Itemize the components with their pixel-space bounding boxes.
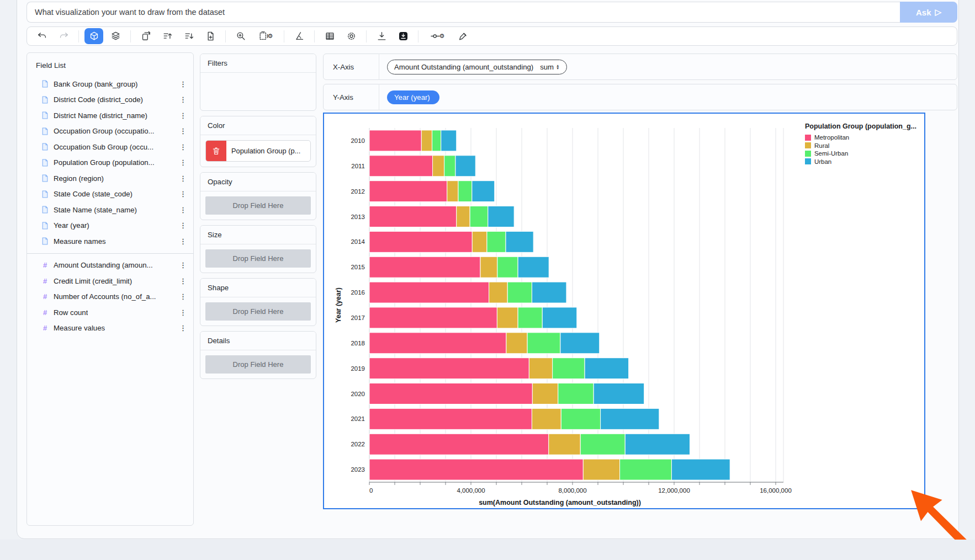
x-axis-field-pill[interactable]: Amount Outstanding (amount_outstanding) …: [387, 60, 567, 74]
sort-ascending-icon[interactable]: [158, 28, 177, 44]
field-menu-icon[interactable]: ⋮: [179, 324, 187, 332]
bar-segment[interactable]: [441, 130, 457, 151]
bar-segment[interactable]: [444, 156, 455, 177]
field-menu-icon[interactable]: ⋮: [179, 292, 187, 301]
field-menu-icon[interactable]: ⋮: [179, 95, 187, 104]
field-menu-icon[interactable]: ⋮: [179, 261, 187, 269]
filters-dropzone[interactable]: [200, 73, 316, 110]
bar-segment[interactable]: [369, 307, 497, 328]
field-menu-icon[interactable]: ⋮: [179, 206, 187, 214]
bar-segment[interactable]: [497, 307, 518, 328]
field-item[interactable]: Occupation Sub Group (occu...⋮: [27, 139, 193, 155]
sort-descending-icon[interactable]: [179, 28, 198, 44]
bar-segment[interactable]: [487, 231, 506, 252]
bar-segment[interactable]: [532, 408, 561, 429]
canvas-size-icon[interactable]: ⚙: [253, 28, 278, 44]
bar-segment[interactable]: [594, 383, 644, 404]
bar-segment[interactable]: [470, 206, 488, 227]
field-item[interactable]: District Name (district_name)⋮: [27, 108, 193, 124]
bar-segment[interactable]: [369, 156, 433, 177]
field-menu-icon[interactable]: ⋮: [179, 158, 187, 167]
field-item[interactable]: Region (region)⋮: [27, 170, 193, 186]
bar-segment[interactable]: [421, 130, 432, 151]
zoom-in-icon[interactable]: [231, 28, 250, 44]
field-menu-icon[interactable]: ⋮: [179, 80, 187, 88]
bar-segment[interactable]: [549, 434, 581, 455]
bar-segment[interactable]: [369, 130, 421, 151]
field-item[interactable]: Bank Group (bank_group)⋮: [27, 76, 193, 92]
bar-segment[interactable]: [529, 358, 552, 379]
bar-segment[interactable]: [369, 282, 489, 303]
bar-segment[interactable]: [560, 333, 600, 354]
layers-icon[interactable]: [106, 28, 125, 44]
field-item[interactable]: State Code (state_code)⋮: [27, 186, 193, 202]
field-item[interactable]: #Amount Outstanding (amoun...⋮: [27, 258, 193, 274]
field-menu-icon[interactable]: ⋮: [179, 127, 187, 135]
cube-3d-icon[interactable]: [84, 28, 103, 44]
field-menu-icon[interactable]: ⋮: [179, 174, 187, 183]
chart-canvas[interactable]: 2010201120122013201420152016201720182019…: [323, 113, 925, 509]
settings-gear-icon[interactable]: [342, 28, 361, 44]
undo-icon[interactable]: [33, 28, 51, 44]
bar-segment[interactable]: [457, 206, 470, 227]
bar-segment[interactable]: [472, 231, 487, 252]
field-menu-icon[interactable]: ⋮: [179, 237, 187, 246]
angle-icon[interactable]: [290, 28, 309, 44]
bar-segment[interactable]: [488, 206, 514, 227]
bar-segment[interactable]: [369, 434, 549, 455]
bar-segment[interactable]: [458, 181, 472, 202]
canvas-size-settings-gear-icon[interactable]: ⚙: [268, 33, 273, 40]
field-item[interactable]: #Measure values⋮: [27, 321, 193, 337]
rotate-icon[interactable]: [136, 28, 155, 44]
bar-segment[interactable]: [601, 408, 659, 429]
bar-segment[interactable]: [558, 383, 594, 404]
field-item[interactable]: #Row count⋮: [27, 305, 193, 321]
field-item[interactable]: State Name (state_name)⋮: [27, 202, 193, 218]
bar-segment[interactable]: [506, 231, 533, 252]
bar-segment[interactable]: [507, 282, 532, 303]
bar-segment[interactable]: [580, 434, 625, 455]
field-menu-icon[interactable]: ⋮: [179, 277, 187, 285]
field-item[interactable]: Year (year)⋮: [27, 218, 193, 234]
bar-segment[interactable]: [472, 181, 495, 202]
bar-segment[interactable]: [532, 282, 566, 303]
bar-segment[interactable]: [497, 257, 518, 278]
size-dropzone[interactable]: Drop Field Here: [205, 249, 311, 268]
bar-segment[interactable]: [369, 181, 447, 202]
bar-segment[interactable]: [553, 358, 585, 379]
slider-settings-icon[interactable]: ⚙: [424, 28, 451, 44]
bar-segment[interactable]: [447, 181, 458, 202]
download-icon[interactable]: [372, 28, 391, 44]
bar-segment[interactable]: [432, 130, 441, 151]
bar-segment[interactable]: [506, 333, 527, 354]
field-item[interactable]: District Code (district_code)⋮: [27, 92, 193, 108]
bar-segment[interactable]: [542, 307, 577, 328]
redo-icon[interactable]: [54, 28, 73, 44]
bar-segment[interactable]: [585, 358, 629, 379]
bar-segment[interactable]: [583, 459, 619, 480]
bar-segment[interactable]: [518, 307, 542, 328]
export-badge-icon[interactable]: [394, 28, 412, 44]
field-menu-icon[interactable]: ⋮: [179, 308, 187, 317]
bar-segment[interactable]: [369, 333, 506, 354]
bar-segment[interactable]: [369, 206, 457, 227]
bar-segment[interactable]: [369, 231, 472, 252]
color-field-chip[interactable]: Population Group (p...: [205, 140, 311, 162]
ask-button[interactable]: Ask ▷: [900, 2, 957, 23]
bar-segment[interactable]: [369, 459, 583, 480]
field-menu-icon[interactable]: ⋮: [179, 190, 187, 198]
table-icon[interactable]: [320, 28, 339, 44]
field-menu-icon[interactable]: ⋮: [179, 111, 187, 120]
field-item[interactable]: #Number of Accounts (no_of_a...⋮: [27, 289, 193, 305]
slider-settings-gear-icon[interactable]: ⚙: [439, 33, 445, 40]
field-item[interactable]: #Credit Limit (credit_limit)⋮: [27, 273, 193, 289]
bar-segment[interactable]: [671, 459, 730, 480]
bar-segment[interactable]: [480, 257, 497, 278]
field-item[interactable]: Population Group (population...⋮: [27, 155, 193, 171]
field-item[interactable]: Occupation Group (occupatio...⋮: [27, 124, 193, 140]
field-menu-icon[interactable]: ⋮: [179, 221, 187, 230]
opacity-dropzone[interactable]: Drop Field Here: [205, 196, 311, 215]
bar-segment[interactable]: [433, 156, 444, 177]
details-dropzone[interactable]: Drop Field Here: [205, 355, 311, 374]
bar-segment[interactable]: [532, 383, 558, 404]
